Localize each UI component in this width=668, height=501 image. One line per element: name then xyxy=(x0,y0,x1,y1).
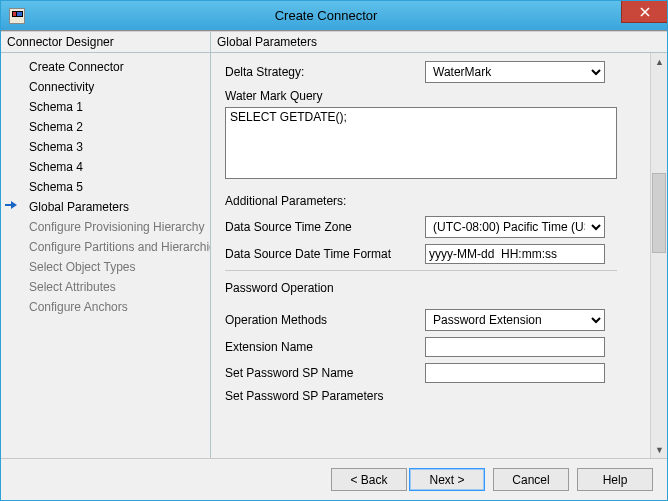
tz-select[interactable]: (UTC-08:00) Pacific Time (US & C xyxy=(425,216,605,238)
left-panel-header: Connector Designer xyxy=(1,32,210,53)
next-button[interactable]: Next > xyxy=(409,468,485,491)
nav-item[interactable]: Select Attributes xyxy=(1,277,210,297)
dtf-input[interactable] xyxy=(425,244,605,264)
nav-item[interactable]: Configure Anchors xyxy=(1,297,210,317)
scroll-down-arrow-icon[interactable]: ▼ xyxy=(651,441,667,458)
nav-item[interactable]: Schema 4 xyxy=(1,157,210,177)
nav-item-label: Schema 1 xyxy=(29,100,83,114)
nav-item[interactable]: Schema 2 xyxy=(1,117,210,137)
water-mark-query-textarea[interactable]: SELECT GETDATE(); xyxy=(225,107,617,179)
dtf-label: Data Source Date Time Format xyxy=(225,247,425,261)
right-panel-header: Global Parameters xyxy=(211,32,667,53)
close-icon xyxy=(640,7,650,17)
scroll-thumb[interactable] xyxy=(652,173,666,253)
nav-item[interactable]: Global Parameters xyxy=(1,197,210,217)
water-mark-query-label: Water Mark Query xyxy=(225,89,425,103)
app-icon xyxy=(9,8,25,24)
vertical-scrollbar[interactable]: ▲ ▼ xyxy=(650,53,667,458)
wizard-button-bar: < Back Next > Cancel Help xyxy=(1,458,667,500)
nav-item[interactable]: Select Object Types xyxy=(1,257,210,277)
nav-item-label: Configure Anchors xyxy=(29,300,128,314)
set-pwd-sp-params-label: Set Password SP Parameters xyxy=(225,389,425,403)
additional-params-label: Additional Parameters: xyxy=(225,194,640,208)
nav-item-label: Schema 3 xyxy=(29,140,83,154)
help-button[interactable]: Help xyxy=(577,468,653,491)
nav-item-label: Configure Provisioning Hierarchy xyxy=(29,220,204,234)
ext-name-input[interactable] xyxy=(425,337,605,357)
nav-item[interactable]: Connectivity xyxy=(1,77,210,97)
titlebar: Create Connector xyxy=(1,1,667,31)
close-button[interactable] xyxy=(621,1,667,23)
separator xyxy=(225,270,617,271)
content-area: Delta Strategy: WaterMark Water Mark Que… xyxy=(211,53,650,458)
nav-item[interactable]: Create Connector xyxy=(1,57,210,77)
op-methods-label: Operation Methods xyxy=(225,313,425,327)
ext-name-label: Extension Name xyxy=(225,340,425,354)
nav-list: Create ConnectorConnectivitySchema 1Sche… xyxy=(1,53,210,317)
nav-item-label: Connectivity xyxy=(29,80,94,94)
delta-strategy-label: Delta Strategy: xyxy=(225,65,425,79)
nav-item-label: Select Object Types xyxy=(29,260,136,274)
body: Connector Designer Create ConnectorConne… xyxy=(1,31,667,458)
set-pwd-sp-name-input[interactable] xyxy=(425,363,605,383)
window-title: Create Connector xyxy=(25,8,667,23)
nav-item-label: Schema 2 xyxy=(29,120,83,134)
window-root: Create Connector Connector Designer Crea… xyxy=(0,0,668,501)
content-wrap: Delta Strategy: WaterMark Water Mark Que… xyxy=(211,53,667,458)
nav-item-label: Global Parameters xyxy=(29,200,129,214)
right-panel: Global Parameters Delta Strategy: WaterM… xyxy=(211,32,667,458)
nav-item[interactable]: Schema 1 xyxy=(1,97,210,117)
scroll-up-arrow-icon[interactable]: ▲ xyxy=(651,53,667,70)
nav-item-label: Create Connector xyxy=(29,60,124,74)
tz-label: Data Source Time Zone xyxy=(225,220,425,234)
nav-item[interactable]: Schema 5 xyxy=(1,177,210,197)
nav-item[interactable]: Configure Partitions and Hierarchies xyxy=(1,237,210,257)
left-panel: Connector Designer Create ConnectorConne… xyxy=(1,32,211,458)
op-methods-select[interactable]: Password Extension xyxy=(425,309,605,331)
nav-item-label: Configure Partitions and Hierarchies xyxy=(29,240,210,254)
nav-item[interactable]: Schema 3 xyxy=(1,137,210,157)
delta-strategy-select[interactable]: WaterMark xyxy=(425,61,605,83)
nav-item-label: Select Attributes xyxy=(29,280,116,294)
set-pwd-sp-name-label: Set Password SP Name xyxy=(225,366,425,380)
nav-item-label: Schema 4 xyxy=(29,160,83,174)
nav-item[interactable]: Configure Provisioning Hierarchy xyxy=(1,217,210,237)
back-button[interactable]: < Back xyxy=(331,468,407,491)
nav-item-label: Schema 5 xyxy=(29,180,83,194)
cancel-button[interactable]: Cancel xyxy=(493,468,569,491)
pwd-section-label: Password Operation xyxy=(225,281,640,295)
